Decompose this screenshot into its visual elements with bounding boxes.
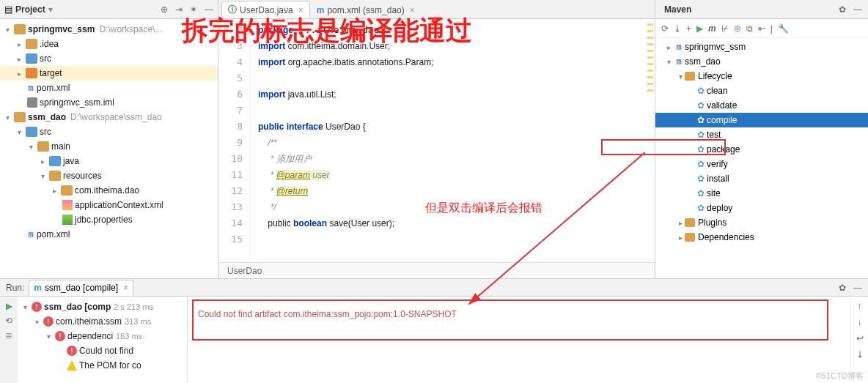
arrow-icon[interactable]: ▸ [676, 219, 685, 227]
maven-goal-site[interactable]: ✿site [655, 186, 868, 201]
maven-label: validate [707, 100, 737, 111]
maven-label: test [707, 130, 721, 140]
arrow-icon[interactable]: ▾ [3, 114, 12, 122]
tree-item[interactable]: applicationContext.xml [0, 198, 218, 212]
gear-icon[interactable]: ✿ [839, 283, 846, 293]
filter-icon[interactable]: ≣ [5, 330, 12, 341]
target-icon[interactable]: ⊕ [161, 4, 168, 15]
arrow-icon[interactable]: ▾ [664, 58, 673, 66]
arrow-icon[interactable]: ▸ [38, 157, 47, 166]
error-icon: ! [55, 331, 65, 341]
arrow-icon[interactable]: ▾ [3, 26, 12, 34]
maven-goal-install[interactable]: ✿install [655, 171, 868, 186]
module-path: D:\workspace\ssm_dao [70, 112, 162, 122]
arrow-icon[interactable]: ▸ [50, 187, 59, 195]
arrow-icon[interactable]: ▾ [32, 318, 41, 326]
maven-lifecycle[interactable]: ▾ Lifecycle [655, 69, 868, 83]
rerun-icon[interactable]: ▶ [6, 301, 12, 311]
error-icon: ! [67, 346, 77, 356]
down-icon[interactable]: ↓ [858, 317, 862, 327]
tree-item[interactable]: ▸ java [0, 154, 218, 168]
collapse-icon[interactable]: ⇤ [758, 23, 765, 34]
maven-module[interactable]: ▸ m springmvc_ssm [655, 40, 868, 54]
run-icon[interactable]: ▶ [696, 23, 703, 34]
dropdown-icon[interactable]: ▾ [48, 4, 53, 15]
tree-item[interactable]: ▾ resources [0, 168, 218, 183]
tree-item[interactable]: jdbc.properties [0, 212, 218, 227]
tree-item[interactable]: m pom.xml [0, 81, 218, 95]
run-tab-label: ssm_dao [compile] [45, 283, 118, 293]
tree-item-target[interactable]: ▸ target [0, 66, 218, 81]
run-time: 163 ms [116, 332, 142, 341]
module-path: D:\workspace\... [99, 24, 162, 34]
maven-label: Dependencies [698, 232, 754, 242]
scroll-icon[interactable]: ⤓ [856, 349, 864, 360]
module-label: springmvc_ssm [28, 24, 95, 34]
arrow-icon[interactable]: ▸ [15, 40, 23, 48]
softwrap-icon[interactable]: ↩ [856, 333, 864, 343]
run-tree-row[interactable]: ▾ ! com.itheima:ssm 313 ms [19, 314, 185, 329]
refresh-icon[interactable]: ⟳ [661, 23, 669, 34]
tree-module[interactable]: ▾ ssm_dao D:\workspace\ssm_dao [0, 110, 218, 124]
arrow-icon[interactable]: ▸ [15, 70, 23, 78]
arrow-icon[interactable]: ▸ [664, 43, 673, 51]
arrow-icon[interactable]: ▾ [38, 172, 47, 180]
run-tab[interactable]: m ssm_dao [compile] × [29, 280, 133, 296]
breadcrumb-item[interactable]: UserDao [227, 266, 262, 276]
close-icon[interactable]: × [123, 283, 128, 293]
maven-goal-deploy[interactable]: ✿deploy [655, 201, 868, 215]
maven-goal-validate[interactable]: ✿validate [655, 98, 868, 113]
tree-label: springmvc_ssm.iml [40, 97, 114, 108]
hide-icon[interactable]: — [853, 4, 862, 15]
arrow-icon[interactable]: ▾ [15, 128, 23, 136]
graph-icon[interactable]: ⧉ [746, 23, 753, 34]
wrench-icon[interactable]: 🔧 [778, 23, 789, 34]
run-tree-row[interactable]: ▾ ! dependenci 163 ms [19, 329, 185, 343]
arrow-icon[interactable]: ▾ [21, 303, 29, 311]
tree-item[interactable]: m pom.xml [0, 227, 218, 242]
maven-label: verify [707, 159, 728, 169]
add-icon[interactable]: + [686, 23, 691, 34]
maven-header: Maven ✿ — [655, 0, 868, 19]
tree-label: src [40, 53, 51, 64]
maven-goal-verify[interactable]: ✿verify [655, 157, 868, 171]
properties-file-icon [62, 215, 73, 225]
run-tree-row[interactable]: ! Could not find [19, 343, 185, 358]
m-icon[interactable]: m [708, 23, 716, 34]
run-tree: ▾ ! ssm_dao [comp 2 s 213 ms ▾ ! com.ith… [18, 297, 188, 383]
stop-icon[interactable]: ⟲ [5, 316, 12, 326]
generate-icon[interactable]: ⤓ [674, 23, 681, 34]
arrow-icon[interactable]: ▾ [26, 143, 35, 151]
run-tree-row[interactable]: ▾ ! ssm_dao [comp 2 s 213 ms [19, 300, 185, 314]
arrow-icon[interactable]: ▸ [676, 234, 685, 242]
error-icon: ! [32, 302, 42, 312]
tree-item[interactable]: ▸ src [0, 51, 218, 66]
line-gutter: 23456789101112131415 [218, 19, 251, 262]
maven-dependencies[interactable]: ▸ Dependencies [655, 230, 868, 245]
skip-icon[interactable]: ⊬ [721, 23, 729, 34]
up-icon[interactable]: ↑ [858, 301, 862, 311]
tree-label: target [40, 68, 62, 78]
iml-file-icon [27, 97, 37, 108]
maven-plugins[interactable]: ▸ Plugins [655, 215, 868, 230]
gear-icon[interactable]: ✿ [839, 4, 846, 15]
offline-icon[interactable]: ⊚ [734, 23, 741, 34]
maven-goal-compile[interactable]: ✿compile [655, 113, 868, 127]
arrow-icon[interactable]: ▸ [15, 55, 23, 63]
maven-goal-clean[interactable]: ✿clean [655, 83, 868, 98]
project-title: Project [15, 4, 45, 15]
tree-item[interactable]: ▸ com.itheima.dao [0, 183, 218, 198]
tree-item[interactable]: ▾ main [0, 139, 218, 154]
maven-module[interactable]: ▾ m ssm_dao [655, 54, 868, 69]
folder-icon [26, 53, 37, 64]
arrow-icon[interactable]: ▾ [44, 332, 53, 341]
tree-item[interactable]: springmvc_ssm.iml [0, 95, 218, 110]
run-tree-label: Could not find [79, 346, 133, 356]
run-tree-label: com.itheima:ssm [56, 316, 122, 327]
arrow-icon[interactable]: ▾ [676, 72, 685, 81]
tree-item[interactable]: ▾ src [0, 124, 218, 139]
maven-module-icon: m [673, 56, 685, 67]
hide-icon[interactable]: — [853, 283, 862, 293]
run-tree-row[interactable]: The POM for co [19, 358, 185, 373]
folder-icon [61, 185, 73, 196]
